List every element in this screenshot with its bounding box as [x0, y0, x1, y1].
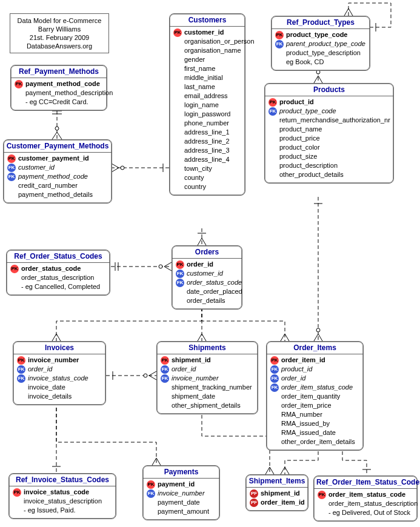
- entity-order-items: Order_Items PKorder_item_id FKproduct_id…: [266, 341, 364, 451]
- column: date_order_placed: [187, 287, 242, 296]
- entity-title: Payments: [143, 466, 219, 479]
- column: return_merchandise_authorization_nr: [279, 116, 390, 125]
- entity-title: Invoices: [13, 342, 105, 354]
- column: product_description: [279, 161, 390, 170]
- column: invoice_number: [28, 356, 102, 365]
- column: payment_method_details: [18, 190, 108, 199]
- pk-icon: PK: [7, 154, 16, 163]
- column: order_item_status_code: [281, 383, 359, 392]
- column: payment_method_code: [18, 172, 108, 181]
- entity-customer-payment-methods: Customer_Payment_Methods PKcustomer_paym…: [3, 139, 112, 204]
- entity-title: Ref_Order_Status_Codes: [7, 250, 110, 263]
- column: shipment_tracking_number: [172, 383, 254, 392]
- entity-title: Customers: [170, 14, 245, 27]
- pk-icon: PK: [318, 491, 326, 499]
- column: address_line_3: [184, 146, 241, 155]
- fk-icon: FK: [7, 164, 16, 172]
- pk-icon: PK: [268, 98, 277, 107]
- column: - eg Cancelled, Completed: [21, 282, 106, 291]
- column: payment_amount: [158, 507, 216, 516]
- column: gender: [184, 55, 241, 64]
- fk-icon: FK: [270, 365, 279, 374]
- column: order_item_status_description: [328, 499, 418, 508]
- column: product_color: [279, 143, 390, 152]
- entity-title: Ref_Order_Item_Status_Codes: [314, 476, 417, 489]
- note-line: 21st. February 2009: [14, 33, 105, 42]
- svg-point-4: [316, 328, 320, 332]
- pk-icon: PK: [147, 480, 155, 489]
- entity-payments: Payments PKpayment_id FKinvoice_number p…: [142, 465, 220, 520]
- entity-ref-payment-methods: Ref_Payment_Methods PKpayment_method_cod…: [10, 65, 107, 111]
- column: product_type_code: [279, 107, 390, 116]
- column: invoice_number: [158, 489, 216, 498]
- column: invoice_details: [28, 392, 102, 401]
- column: order_id: [187, 260, 238, 269]
- column: product_size: [279, 152, 390, 161]
- column: order_item_quantity: [281, 392, 359, 401]
- column: order_id: [28, 365, 102, 374]
- pk-icon: PK: [161, 356, 169, 365]
- column: order_item_status_code: [328, 490, 413, 499]
- column: other_shipment_details: [172, 401, 254, 410]
- column: invoice_status_description: [24, 497, 112, 506]
- column: product_type_description: [286, 48, 366, 58]
- note-line: DatabaseAnswers.org: [14, 42, 105, 50]
- fk-icon: FK: [268, 107, 277, 116]
- column: organisation_or_person: [184, 37, 255, 46]
- column: order_id: [172, 365, 254, 374]
- fk-icon: FK: [161, 365, 169, 374]
- entity-title: Ref_Invoice_Status_Codes: [9, 474, 116, 486]
- diagram-note: Data Model for e-Commerce Barry Williams…: [10, 13, 109, 53]
- column: product_price: [279, 134, 390, 143]
- column: customer_id: [184, 28, 241, 37]
- column: order_status_description: [21, 273, 106, 282]
- entity-products: Products PKproduct_id FKproduct_type_cod…: [264, 83, 394, 184]
- entity-orders: Orders PKorder_id FKcustomer_id FKorder_…: [172, 245, 242, 310]
- fk-icon: FK: [17, 365, 25, 374]
- column: customer_payment_id: [18, 154, 108, 163]
- column: login_password: [184, 110, 241, 119]
- column: eg Book, CD: [286, 58, 366, 67]
- pk-icon: PK: [173, 28, 182, 37]
- column: product_id: [281, 365, 359, 374]
- column: country: [184, 182, 241, 191]
- column: order_status_code: [21, 264, 106, 273]
- fk-icon: FK: [270, 383, 279, 392]
- column: order_status_code: [187, 278, 242, 287]
- entity-title: Orders: [172, 246, 242, 259]
- pk-icon: PK: [15, 80, 23, 88]
- fk-icon: FK: [17, 374, 25, 383]
- column: order_details: [187, 296, 238, 305]
- column: parent_product_type_code: [286, 39, 366, 48]
- entity-ref-product-types: Ref_Product_Types PKproduct_type_code FK…: [271, 16, 370, 71]
- column: order_item_price: [281, 401, 359, 410]
- column: payment_id: [158, 480, 216, 489]
- column: invoice_status_code: [24, 488, 112, 497]
- column: address_line_4: [184, 155, 241, 164]
- column: credit_card_number: [18, 181, 108, 190]
- column: other_product_details: [279, 170, 390, 179]
- fk-icon: FK: [147, 489, 155, 498]
- column: product_name: [279, 125, 390, 134]
- fk-icon: FK: [176, 270, 184, 278]
- column: first_name: [184, 64, 241, 73]
- column: RMA_number: [281, 410, 359, 419]
- pk-icon: PK: [176, 260, 184, 269]
- entity-ref-order-item-status-codes: Ref_Order_Item_Status_Codes PKorder_item…: [313, 476, 418, 522]
- svg-point-2: [159, 265, 162, 268]
- entity-title: Shipments: [157, 342, 258, 354]
- column: invoice_number: [172, 374, 254, 383]
- column: payment_method_code: [25, 79, 103, 88]
- pk-icon: PK: [270, 356, 279, 365]
- fk-icon: FK: [270, 374, 279, 383]
- fk-icon: FK: [161, 374, 169, 383]
- svg-point-5: [144, 374, 147, 377]
- pk-icon: PK: [275, 31, 284, 39]
- entity-ref-invoice-status-codes: Ref_Invoice_Status_Codes PKinvoice_statu…: [8, 473, 116, 519]
- entity-title: Ref_Product_Types: [272, 16, 370, 29]
- entity-title: Ref_Payment_Methods: [11, 65, 107, 78]
- entity-shipment-items: Shipment_Items PFshipment_id PForder_ite…: [245, 474, 308, 511]
- pk-icon: PK: [13, 488, 21, 497]
- svg-point-0: [55, 127, 59, 130]
- entity-shipments: Shipments PKshipment_id FKorder_id FKinv…: [156, 341, 258, 414]
